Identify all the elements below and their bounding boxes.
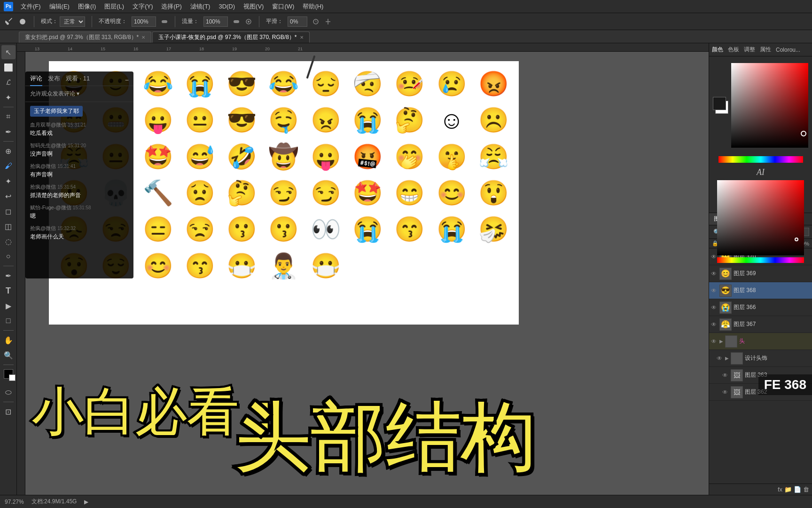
layer-thumb-367: 😤 bbox=[719, 318, 732, 331]
tool-clone[interactable]: ✦ bbox=[1, 174, 16, 188]
menu-view[interactable]: 视图(V) bbox=[240, 1, 267, 12]
allow-comment-toggle[interactable]: 允许观众发表评论 ▾ bbox=[25, 86, 133, 102]
tool-gradient[interactable]: ◫ bbox=[1, 219, 16, 233]
group-arrow-head[interactable]: ▶ bbox=[719, 339, 723, 344]
tab-童女扫把[interactable]: 童女扫把.psd @ 97.3%（图层 313, RGB/8）* ✕ bbox=[19, 32, 151, 43]
layer-visibility-366[interactable]: 👁 bbox=[711, 304, 718, 311]
comment-item: 赋怡-Fuge-@微信 15:31:58 嗯 bbox=[30, 204, 129, 220]
layer-item-design[interactable]: 👁 ▶ 设计头饰 bbox=[709, 350, 812, 367]
new-group-icon[interactable]: 📁 bbox=[784, 486, 792, 493]
comment-text: 没声音啊 bbox=[30, 150, 129, 158]
tool-lasso[interactable]: 𝓛 bbox=[1, 75, 16, 89]
tool-mask[interactable]: ⬭ bbox=[1, 385, 16, 399]
color-tab-color[interactable]: 颜色 bbox=[712, 46, 723, 54]
tool-dodge[interactable]: ○ bbox=[1, 249, 16, 263]
layer-item-366[interactable]: 👁 😭 图层 366 bbox=[709, 299, 812, 316]
layer-visibility-370[interactable]: 👁 bbox=[711, 254, 718, 260]
menu-filter[interactable]: 滤镜(T) bbox=[187, 1, 214, 12]
menu-window[interactable]: 窗口(W) bbox=[268, 1, 298, 12]
right-panel: 颜色 色板 调整 属性 Colorou... AI bbox=[709, 43, 812, 495]
emoji-22: ☹️ bbox=[473, 102, 514, 137]
hue-slider[interactable] bbox=[718, 156, 803, 163]
tool-blur[interactable]: ◌ bbox=[1, 234, 16, 248]
tab-watch[interactable]: 观看 · 11 bbox=[66, 74, 90, 83]
tool-zoom[interactable]: 🔍 bbox=[1, 348, 16, 362]
emoji-10: 😢 bbox=[431, 66, 472, 101]
opacity-input[interactable] bbox=[132, 16, 156, 27]
options-divider-1 bbox=[34, 16, 34, 27]
tab-publish[interactable]: 发布 bbox=[48, 74, 60, 83]
layer-item-368[interactable]: 👁 😎 图层 368 bbox=[709, 282, 812, 299]
panel-tabs: 评论 发布 观看 · 11 bbox=[30, 74, 90, 86]
comment-user: 赋怡-Fuge-@微信 15:31:58 bbox=[30, 204, 129, 211]
layer-visibility-363[interactable]: 👁 bbox=[722, 372, 729, 379]
layers-list[interactable]: 👁 😀 图层 370 👁 😊 图层 369 👁 bbox=[709, 248, 812, 484]
tool-eraser[interactable]: ◻ bbox=[1, 204, 16, 218]
layer-item-369[interactable]: 👁 😊 图层 369 bbox=[709, 265, 812, 282]
tool-hand[interactable]: ✋ bbox=[1, 333, 16, 347]
color-gradient[interactable] bbox=[731, 63, 808, 148]
tool-history-brush[interactable]: ↩ bbox=[1, 189, 16, 203]
fg-bg-swatches[interactable] bbox=[713, 97, 728, 114]
layer-visibility-367[interactable]: 👁 bbox=[711, 321, 718, 328]
menu-3d[interactable]: 3D(D) bbox=[215, 2, 239, 11]
canvas-area[interactable]: 13 14 15 16 17 18 19 20 21 😀 🙂 😂 😭 � bbox=[17, 43, 709, 495]
layer-item-head[interactable]: 👁 ▶ 头 bbox=[709, 333, 812, 350]
group-arrow-design[interactable]: ▶ bbox=[725, 356, 729, 361]
layer-visibility-369[interactable]: 👁 bbox=[711, 270, 718, 277]
layer-item-367[interactable]: 👁 😤 图层 367 bbox=[709, 316, 812, 333]
tool-path-select[interactable]: ▶ bbox=[1, 299, 16, 313]
menu-edit[interactable]: 编辑(E) bbox=[46, 1, 73, 12]
color-tab-colorou[interactable]: Colorou... bbox=[776, 47, 800, 53]
emoji-14: 😛 bbox=[138, 102, 179, 137]
panel-close-btn[interactable]: − bbox=[125, 76, 129, 84]
comment-user: 抢疯@微信 15:31:41 bbox=[30, 163, 129, 170]
mode-select[interactable]: 正常 bbox=[60, 16, 85, 27]
layer-visibility-head[interactable]: 👁 bbox=[711, 338, 718, 345]
layer-visibility-362[interactable]: 👁 bbox=[722, 389, 729, 396]
tab-close-1[interactable]: ✕ bbox=[141, 35, 145, 40]
tool-screen-mode[interactable]: ⊡ bbox=[1, 405, 16, 419]
emoji-3: 😂 bbox=[138, 66, 179, 101]
tool-shape[interactable]: □ bbox=[1, 314, 16, 328]
menu-select[interactable]: 选择(P) bbox=[157, 1, 185, 12]
tab-close-2[interactable]: ✕ bbox=[300, 35, 304, 40]
fg-bg-colors[interactable] bbox=[4, 369, 13, 379]
ai-icon: AI bbox=[757, 167, 765, 177]
tab-玉子小课讲[interactable]: 玉子小课讲-恢复的.psd @ 97.3%（图层 370, RGB/8）* ✕ bbox=[152, 32, 309, 43]
tab-comments[interactable]: 评论 bbox=[30, 74, 42, 83]
tool-quick-select[interactable]: ✦ bbox=[1, 90, 16, 104]
color-tab-adjust[interactable]: 调整 bbox=[744, 46, 755, 54]
tool-select-rect[interactable]: ⬜ bbox=[1, 60, 16, 74]
hue-strip[interactable] bbox=[717, 257, 804, 263]
menu-file[interactable]: 文件(F) bbox=[17, 1, 45, 12]
color-picker-gradient[interactable] bbox=[717, 180, 804, 255]
color-tab-swatches[interactable]: 色板 bbox=[728, 46, 739, 54]
flow-input[interactable] bbox=[203, 16, 228, 27]
tool-text[interactable]: T bbox=[1, 284, 16, 298]
menu-image[interactable]: 图像(I) bbox=[74, 1, 100, 12]
tool-move[interactable]: ↖ bbox=[1, 45, 16, 59]
tool-brush[interactable]: 🖌 bbox=[1, 159, 16, 173]
tool-eyedropper[interactable]: ✒ bbox=[1, 125, 16, 139]
color-tab-props[interactable]: 属性 bbox=[760, 46, 771, 54]
smooth-input[interactable] bbox=[288, 16, 307, 27]
menu-layer[interactable]: 图层(L) bbox=[101, 1, 128, 12]
menu-text[interactable]: 文字(Y) bbox=[129, 1, 156, 12]
tool-crop[interactable]: ⌗ bbox=[1, 110, 16, 124]
layer-visibility-368[interactable]: 👁 bbox=[711, 287, 718, 294]
tool-pen[interactable]: ✒ bbox=[1, 269, 16, 283]
foreground-swatch[interactable] bbox=[713, 97, 726, 110]
comment-list: 玉子老师我来了耶 血月双莘@微信 15:31:21 吃瓜看戏 智码先生@微信 1… bbox=[25, 102, 133, 278]
layer-visibility-design[interactable]: 👁 bbox=[717, 355, 723, 362]
status-bar: 97.27% 文档:24.9M/1.45G ▶ bbox=[0, 495, 812, 508]
tool-heal[interactable]: ⊕ bbox=[1, 144, 16, 158]
emoji-21: ☺️ bbox=[431, 102, 472, 137]
menu-help[interactable]: 帮助(H) bbox=[299, 1, 327, 12]
airbrush-icon bbox=[245, 18, 252, 25]
delete-layer-icon[interactable]: 🗑 bbox=[803, 486, 809, 493]
new-layer-icon[interactable]: 📄 bbox=[794, 486, 801, 493]
emoji-55: 🤧 bbox=[473, 212, 514, 247]
layer-thumb-363: 🖼 bbox=[731, 369, 743, 381]
fx-icon[interactable]: fx bbox=[778, 486, 782, 493]
